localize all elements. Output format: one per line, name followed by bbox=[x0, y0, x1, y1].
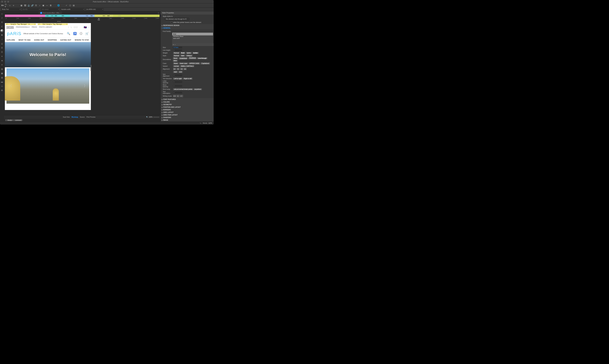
section-general[interactable]: GENERAL bbox=[161, 27, 214, 29]
align-left-button[interactable]: ≡ bbox=[0, 55, 3, 58]
new-tab-button[interactable]: + bbox=[158, 12, 159, 14]
breadcrumb-body[interactable]: <body> bbox=[5, 119, 14, 121]
align-justify[interactable] bbox=[183, 68, 187, 70]
anchor-button[interactable]: ⚓ bbox=[27, 4, 30, 7]
save-button[interactable]: 🗈 bbox=[9, 4, 11, 7]
apply-styles-select[interactable]: this element only through its ID bbox=[165, 18, 189, 20]
zoom-slider[interactable] bbox=[153, 117, 159, 117]
line-height-select[interactable] bbox=[173, 49, 182, 51]
element-tag-select[interactable]: Body Text bbox=[1, 8, 21, 11]
nav-whattosee[interactable]: WHAT TO SEE bbox=[19, 39, 31, 41]
template-button[interactable]: ▤ bbox=[72, 4, 75, 7]
delete-button[interactable]: 🗑 bbox=[49, 4, 52, 7]
c-icon[interactable]: C bbox=[0, 25, 3, 28]
facebook-icon[interactable]: f bbox=[68, 26, 69, 28]
video-button[interactable]: ▣ bbox=[42, 4, 45, 7]
breakpoint-ruler[interactable]: 399 449 450 500 749 750 899 900 1000 bbox=[5, 14, 159, 17]
resize-grip-icon[interactable]: ⤡ bbox=[200, 122, 201, 124]
section-image[interactable]: IMAGE bbox=[161, 119, 214, 121]
nav-eatingout[interactable]: EATING OUT bbox=[61, 39, 71, 41]
color-swatch-icon[interactable] bbox=[0, 29, 3, 32]
new-button[interactable]: ✚▾ bbox=[1, 4, 4, 7]
topnav-professionals[interactable]: PROFESSIONALS bbox=[16, 26, 29, 28]
letter-spacing-select[interactable] bbox=[173, 81, 182, 83]
font-family-list[interactable]: Arial Helvetica Neue sans-serif bbox=[172, 33, 213, 43]
italic-button[interactable]: I bbox=[0, 38, 3, 41]
minimize-window-button[interactable] bbox=[4, 1, 6, 3]
cart-icon[interactable]: 🛒 bbox=[85, 32, 89, 35]
align-left[interactable] bbox=[173, 68, 176, 70]
justify-button[interactable]: ▤ bbox=[0, 67, 3, 70]
align-center-button[interactable]: ≣ bbox=[0, 59, 3, 62]
tripadvisor-icon[interactable]: ⓞⓞ bbox=[74, 26, 78, 29]
design-canvas[interactable]: <!-- Google Tag Manager (n...--> <!-- En… bbox=[5, 23, 91, 110]
section-grid-layout[interactable]: GRID LAYOUT bbox=[161, 111, 214, 114]
underline-button[interactable]: U bbox=[0, 42, 3, 45]
writing-mode-h[interactable]: ⟷ bbox=[173, 95, 176, 97]
align-right-button[interactable]: ≡ bbox=[0, 63, 3, 66]
section-font-features[interactable]: FONT FEATURES bbox=[161, 98, 214, 101]
element-id-select[interactable]: (no ID) bbox=[22, 8, 40, 11]
view-source[interactable]: Source bbox=[80, 116, 85, 118]
width-mode-select[interactable]: Variable width bbox=[60, 8, 84, 11]
search-icon[interactable]: 🔍 bbox=[67, 32, 70, 35]
hover-checkbox[interactable] bbox=[171, 22, 172, 23]
indent-button[interactable]: ▦ bbox=[0, 72, 3, 75]
numbered-list-button[interactable]: ☲ bbox=[0, 51, 3, 53]
twitter-icon[interactable]: 𝕏 bbox=[70, 26, 72, 28]
writing-mode-v1[interactable]: ↴ bbox=[177, 95, 180, 97]
section-shadows[interactable]: SHADOWS bbox=[161, 116, 214, 119]
outdent-button[interactable]: ▥ bbox=[0, 76, 3, 79]
nav-goingout[interactable]: GOING OUT bbox=[34, 39, 44, 41]
carousel-prev-button[interactable]: 〈 bbox=[8, 84, 12, 88]
topnav-photo[interactable]: PHOTO LIBRARY bbox=[39, 26, 52, 28]
font-remove-button[interactable]: − bbox=[174, 44, 176, 46]
print-button[interactable]: ■ bbox=[12, 4, 15, 7]
topnav-visitors[interactable]: VISITORS bbox=[6, 26, 14, 28]
language-flag-icon[interactable] bbox=[84, 26, 87, 28]
nav-wheretostay[interactable]: WHERE TO STAY bbox=[75, 39, 89, 41]
font-size-input[interactable]: 0.7rem bbox=[173, 47, 182, 49]
text-indent-select[interactable] bbox=[173, 92, 182, 93]
section-geometry[interactable]: GEOMETRY bbox=[161, 103, 214, 106]
bullet-list-button[interactable]: ☰ bbox=[0, 46, 3, 49]
document-tab[interactable]: i Paris tourist office - Offic... bbox=[39, 12, 62, 14]
carousel-next-button[interactable]: 〉 bbox=[84, 84, 87, 88]
view-print[interactable]: Print Preview bbox=[87, 116, 95, 118]
bold-button[interactable]: B bbox=[0, 33, 3, 37]
svg-button[interactable]: ⬡ bbox=[69, 4, 71, 7]
element-class-select[interactable]: (no class) bbox=[41, 8, 59, 11]
settings-icon[interactable]: ⚙ bbox=[0, 89, 3, 92]
audio-button[interactable]: ♪ bbox=[38, 4, 41, 7]
view-dual[interactable]: Dual View bbox=[63, 116, 70, 118]
nav-shopping[interactable]: SHOPPING bbox=[48, 39, 57, 41]
block-button[interactable]: ▬ bbox=[0, 80, 3, 83]
section-position[interactable]: POSITION AND LAYOUT bbox=[161, 106, 214, 108]
word-spacing-select[interactable] bbox=[173, 85, 182, 87]
paris-logo[interactable]: pARiS bbox=[7, 31, 21, 36]
info-icon[interactable]: ⓘ bbox=[80, 32, 82, 35]
section-colors[interactable]: COLORS bbox=[161, 101, 214, 103]
source-view-icon[interactable]: ◇ bbox=[0, 12, 3, 15]
align-center[interactable] bbox=[177, 68, 180, 70]
link-button[interactable]: 🔗 bbox=[31, 4, 34, 7]
view-wysiwyg[interactable]: Wysiwyg bbox=[72, 116, 78, 118]
form-button[interactable]: ☰ bbox=[35, 4, 37, 7]
section-borders[interactable]: BORDERS bbox=[161, 108, 214, 111]
section-responsive[interactable]: RESPONSIVE DESIGN bbox=[161, 24, 214, 27]
image-button[interactable]: 🖼 bbox=[24, 4, 26, 7]
open-button[interactable]: 🗋▾ bbox=[5, 4, 8, 7]
browser-button[interactable]: 🌐 bbox=[57, 4, 60, 7]
pause-icon[interactable]: ‼ bbox=[0, 21, 3, 24]
validate-button[interactable]: ✓ bbox=[65, 4, 68, 7]
nav-explore[interactable]: EXPLORE bbox=[7, 39, 15, 41]
font-add-button[interactable]: + bbox=[173, 44, 174, 46]
vert-align-select[interactable] bbox=[173, 74, 182, 76]
table-button[interactable]: ▦ bbox=[20, 4, 23, 7]
accessibility-icon[interactable]: ♿ bbox=[73, 32, 77, 35]
close-window-button[interactable] bbox=[1, 1, 3, 3]
canvas-resize-handle[interactable] bbox=[91, 65, 91, 71]
important-icon[interactable]: ! bbox=[0, 16, 3, 19]
container-button[interactable]: ▭ bbox=[0, 84, 3, 88]
breadcrumb-comment[interactable]: comment bbox=[13, 119, 23, 121]
